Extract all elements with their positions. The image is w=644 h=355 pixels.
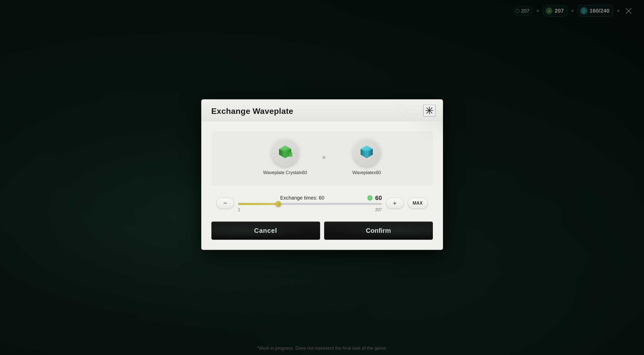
modal-footer: Cancel Confirm: [201, 221, 443, 250]
source-item: Waveplate Crystalx60: [263, 139, 307, 175]
slider-thumb[interactable]: [276, 201, 281, 207]
slider-fill: [238, 203, 280, 205]
target-item: Waveplatex60: [352, 139, 381, 175]
slider-row: − Exchange times: 60 60: [216, 194, 428, 212]
target-item-icon-container: [353, 139, 381, 166]
exchange-modal: Exchange Waveplate: [201, 99, 443, 250]
waveplate-icon: [358, 143, 376, 162]
target-item-label: Waveplatex60: [352, 170, 381, 175]
exchange-arrow: »: [322, 153, 337, 161]
exchange-times-label: Exchange times: 60: [238, 195, 367, 201]
svg-point-8: [400, 99, 423, 114]
modal-header: Exchange Waveplate: [201, 99, 443, 121]
minus-button[interactable]: −: [216, 198, 234, 209]
amount-display: 60: [367, 194, 382, 201]
slider-range-labels: 1 207: [238, 206, 382, 212]
slider-container: Exchange times: 60 60: [238, 194, 382, 212]
slider-section: − Exchange times: 60 60: [211, 194, 433, 212]
slider-track: [238, 203, 382, 205]
amount-gem-icon: [367, 195, 373, 201]
slider-track-container[interactable]: [238, 203, 382, 205]
exchange-items-area: Waveplate Crystalx60 »: [211, 131, 433, 185]
cancel-button[interactable]: Cancel: [211, 221, 320, 240]
plus-button[interactable]: +: [386, 198, 404, 209]
slider-max-label: 207: [375, 207, 382, 212]
confirm-button[interactable]: Confirm: [324, 221, 433, 240]
header-decoration: [377, 99, 423, 119]
source-item-label: Waveplate Crystalx60: [263, 170, 307, 175]
slider-top-row: Exchange times: 60 60: [238, 194, 382, 201]
max-button[interactable]: MAX: [408, 198, 428, 209]
exchange-arrow-icon: »: [322, 153, 337, 161]
modal-body: Waveplate Crystalx60 »: [201, 121, 443, 221]
close-asterisk-icon: [425, 106, 434, 115]
source-item-icon-container: [271, 139, 299, 166]
slider-min-label: 1: [238, 207, 240, 212]
svg-text:»: »: [322, 153, 326, 161]
modal-close-button[interactable]: [423, 104, 435, 116]
waveplate-crystal-icon: [276, 143, 294, 162]
svg-point-7: [398, 99, 423, 119]
modal-title: Exchange Waveplate: [211, 106, 293, 115]
current-amount: 60: [375, 194, 382, 201]
